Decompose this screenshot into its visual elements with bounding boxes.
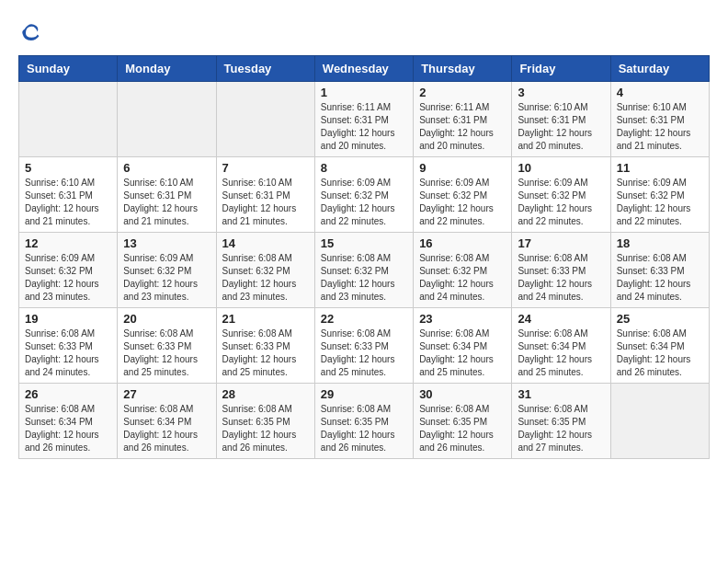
- weekday-header-tuesday: Tuesday: [216, 56, 314, 82]
- weekday-header-saturday: Saturday: [610, 56, 709, 82]
- calendar-cell: 17Sunrise: 6:08 AMSunset: 6:33 PMDayligh…: [512, 233, 610, 308]
- weekday-header-monday: Monday: [118, 56, 216, 82]
- calendar-cell: 6Sunrise: 6:10 AMSunset: 6:31 PMDaylight…: [118, 157, 216, 233]
- calendar-cell: 3Sunrise: 6:10 AMSunset: 6:31 PMDaylight…: [512, 82, 610, 157]
- calendar-cell: 8Sunrise: 6:09 AMSunset: 6:32 PMDaylight…: [314, 157, 413, 233]
- day-number: 16: [419, 236, 506, 250]
- calendar-cell: 18Sunrise: 6:08 AMSunset: 6:33 PMDayligh…: [610, 233, 709, 308]
- weekday-header-sunday: Sunday: [19, 56, 118, 82]
- day-info: Sunrise: 6:08 AMSunset: 6:33 PMDaylight:…: [222, 327, 309, 379]
- page-header: [18, 18, 710, 40]
- day-info: Sunrise: 6:08 AMSunset: 6:34 PMDaylight:…: [617, 327, 703, 379]
- day-info: Sunrise: 6:08 AMSunset: 6:33 PMDaylight:…: [518, 252, 604, 304]
- weekday-header-row: SundayMondayTuesdayWednesdayThursdayFrid…: [19, 56, 710, 82]
- calendar-cell: 13Sunrise: 6:09 AMSunset: 6:32 PMDayligh…: [118, 233, 216, 308]
- calendar-cell: 30Sunrise: 6:08 AMSunset: 6:35 PMDayligh…: [414, 384, 512, 459]
- day-number: 17: [518, 236, 604, 250]
- logo: [18, 18, 44, 40]
- day-info: Sunrise: 6:08 AMSunset: 6:35 PMDaylight:…: [518, 403, 604, 454]
- calendar-cell: 10Sunrise: 6:09 AMSunset: 6:32 PMDayligh…: [512, 157, 610, 233]
- calendar-cell: 12Sunrise: 6:09 AMSunset: 6:32 PMDayligh…: [19, 233, 118, 308]
- calendar-week-row: 19Sunrise: 6:08 AMSunset: 6:33 PMDayligh…: [19, 308, 710, 384]
- day-info: Sunrise: 6:08 AMSunset: 6:33 PMDaylight:…: [321, 327, 407, 379]
- day-number: 12: [25, 236, 111, 250]
- day-number: 22: [321, 312, 407, 326]
- calendar-cell: 14Sunrise: 6:08 AMSunset: 6:32 PMDayligh…: [216, 233, 314, 308]
- day-info: Sunrise: 6:09 AMSunset: 6:32 PMDaylight:…: [123, 252, 210, 304]
- day-number: 10: [518, 161, 604, 175]
- day-number: 8: [321, 161, 407, 175]
- day-info: Sunrise: 6:08 AMSunset: 6:34 PMDaylight:…: [25, 403, 111, 454]
- day-number: 24: [518, 312, 604, 326]
- weekday-header-friday: Friday: [512, 56, 610, 82]
- day-number: 5: [25, 161, 111, 175]
- calendar-cell: [216, 82, 314, 157]
- day-number: 28: [222, 387, 309, 401]
- calendar-cell: [19, 82, 118, 157]
- day-info: Sunrise: 6:09 AMSunset: 6:32 PMDaylight:…: [25, 252, 111, 304]
- calendar-cell: 4Sunrise: 6:10 AMSunset: 6:31 PMDaylight…: [610, 82, 709, 157]
- calendar-table: SundayMondayTuesdayWednesdayThursdayFrid…: [18, 55, 710, 459]
- day-info: Sunrise: 6:08 AMSunset: 6:35 PMDaylight:…: [222, 403, 309, 454]
- day-info: Sunrise: 6:09 AMSunset: 6:32 PMDaylight:…: [321, 177, 407, 228]
- day-info: Sunrise: 6:11 AMSunset: 6:31 PMDaylight:…: [321, 101, 407, 153]
- day-info: Sunrise: 6:09 AMSunset: 6:32 PMDaylight:…: [518, 177, 604, 228]
- calendar-cell: 21Sunrise: 6:08 AMSunset: 6:33 PMDayligh…: [216, 308, 314, 384]
- day-number: 1: [321, 86, 407, 99]
- day-info: Sunrise: 6:08 AMSunset: 6:32 PMDaylight:…: [321, 252, 407, 304]
- calendar-cell: 2Sunrise: 6:11 AMSunset: 6:31 PMDaylight…: [414, 82, 512, 157]
- calendar-cell: 19Sunrise: 6:08 AMSunset: 6:33 PMDayligh…: [19, 308, 118, 384]
- day-number: 21: [222, 312, 309, 326]
- day-info: Sunrise: 6:08 AMSunset: 6:34 PMDaylight:…: [518, 327, 604, 379]
- day-number: 4: [617, 86, 703, 99]
- day-info: Sunrise: 6:08 AMSunset: 6:34 PMDaylight:…: [123, 403, 210, 454]
- day-info: Sunrise: 6:08 AMSunset: 6:33 PMDaylight:…: [25, 327, 111, 379]
- day-info: Sunrise: 6:10 AMSunset: 6:31 PMDaylight:…: [123, 177, 210, 228]
- day-number: 7: [222, 161, 309, 175]
- day-number: 9: [419, 161, 506, 175]
- calendar-cell: 16Sunrise: 6:08 AMSunset: 6:32 PMDayligh…: [414, 233, 512, 308]
- day-number: 15: [321, 236, 407, 250]
- calendar-week-row: 26Sunrise: 6:08 AMSunset: 6:34 PMDayligh…: [19, 384, 710, 459]
- calendar-body: 1Sunrise: 6:11 AMSunset: 6:31 PMDaylight…: [19, 82, 710, 459]
- weekday-header-thursday: Thursday: [414, 56, 512, 82]
- day-number: 26: [25, 387, 111, 401]
- day-number: 25: [617, 312, 703, 326]
- day-number: 14: [222, 236, 309, 250]
- day-info: Sunrise: 6:09 AMSunset: 6:32 PMDaylight:…: [617, 177, 703, 228]
- day-number: 23: [419, 312, 506, 326]
- calendar-cell: 31Sunrise: 6:08 AMSunset: 6:35 PMDayligh…: [512, 384, 610, 459]
- day-info: Sunrise: 6:08 AMSunset: 6:35 PMDaylight:…: [321, 403, 407, 454]
- day-number: 2: [419, 86, 506, 99]
- calendar-week-row: 5Sunrise: 6:10 AMSunset: 6:31 PMDaylight…: [19, 157, 710, 233]
- calendar-week-row: 12Sunrise: 6:09 AMSunset: 6:32 PMDayligh…: [19, 233, 710, 308]
- calendar-cell: 20Sunrise: 6:08 AMSunset: 6:33 PMDayligh…: [118, 308, 216, 384]
- calendar-cell: 22Sunrise: 6:08 AMSunset: 6:33 PMDayligh…: [314, 308, 413, 384]
- day-info: Sunrise: 6:08 AMSunset: 6:32 PMDaylight:…: [419, 252, 506, 304]
- calendar-cell: 26Sunrise: 6:08 AMSunset: 6:34 PMDayligh…: [19, 384, 118, 459]
- day-info: Sunrise: 6:08 AMSunset: 6:35 PMDaylight:…: [419, 403, 506, 454]
- day-info: Sunrise: 6:08 AMSunset: 6:33 PMDaylight:…: [617, 252, 703, 304]
- day-info: Sunrise: 6:10 AMSunset: 6:31 PMDaylight:…: [222, 177, 309, 228]
- day-number: 29: [321, 387, 407, 401]
- day-number: 19: [25, 312, 111, 326]
- calendar-cell: [118, 82, 216, 157]
- calendar-week-row: 1Sunrise: 6:11 AMSunset: 6:31 PMDaylight…: [19, 82, 710, 157]
- day-info: Sunrise: 6:11 AMSunset: 6:31 PMDaylight:…: [419, 101, 506, 153]
- day-info: Sunrise: 6:10 AMSunset: 6:31 PMDaylight:…: [25, 177, 111, 228]
- calendar-cell: 24Sunrise: 6:08 AMSunset: 6:34 PMDayligh…: [512, 308, 610, 384]
- day-info: Sunrise: 6:08 AMSunset: 6:33 PMDaylight:…: [123, 327, 210, 379]
- calendar-cell: 27Sunrise: 6:08 AMSunset: 6:34 PMDayligh…: [118, 384, 216, 459]
- calendar-cell: 5Sunrise: 6:10 AMSunset: 6:31 PMDaylight…: [19, 157, 118, 233]
- day-number: 30: [419, 387, 506, 401]
- day-number: 31: [518, 387, 604, 401]
- day-number: 3: [518, 86, 604, 99]
- day-number: 18: [617, 236, 703, 250]
- day-info: Sunrise: 6:09 AMSunset: 6:32 PMDaylight:…: [419, 177, 506, 228]
- calendar-cell: [610, 384, 709, 459]
- day-number: 27: [123, 387, 210, 401]
- day-info: Sunrise: 6:10 AMSunset: 6:31 PMDaylight:…: [518, 101, 604, 153]
- calendar-cell: 29Sunrise: 6:08 AMSunset: 6:35 PMDayligh…: [314, 384, 413, 459]
- calendar-cell: 25Sunrise: 6:08 AMSunset: 6:34 PMDayligh…: [610, 308, 709, 384]
- calendar-cell: 23Sunrise: 6:08 AMSunset: 6:34 PMDayligh…: [414, 308, 512, 384]
